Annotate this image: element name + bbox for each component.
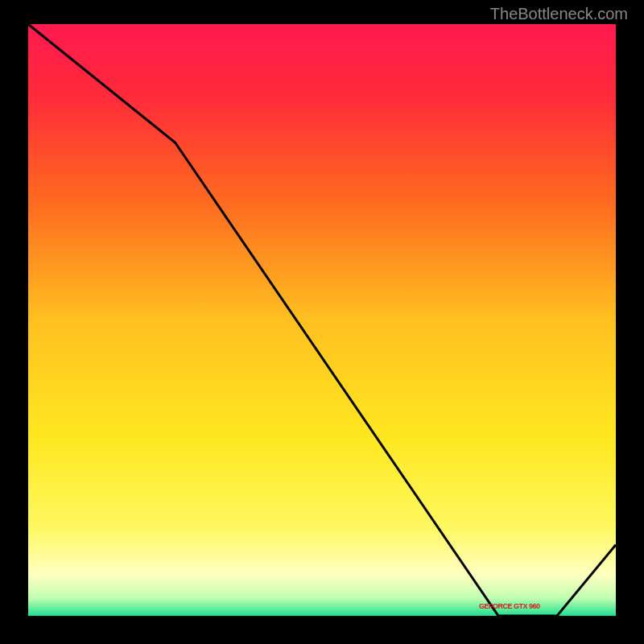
attribution-text: TheBottleneck.com [490, 5, 628, 23]
gpu-annotation: GEFORCE GTX 960 [479, 602, 540, 610]
chart-frame: GEFORCE GTX 960 [28, 24, 616, 616]
bottleneck-curve [28, 24, 616, 616]
